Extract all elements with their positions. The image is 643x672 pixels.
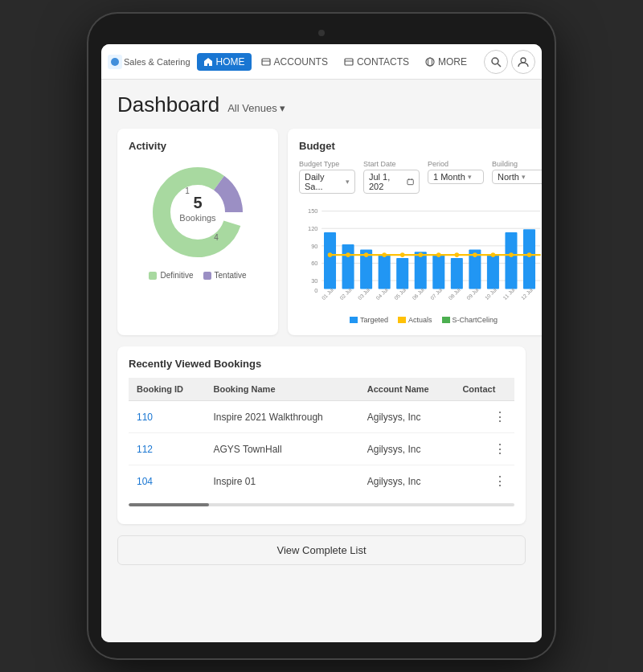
- svg-point-43: [346, 252, 350, 257]
- table-wrapper: Booking ID Booking Name Account Name Con…: [129, 378, 514, 497]
- svg-text:60: 60: [311, 260, 317, 267]
- svg-point-52: [509, 252, 514, 257]
- booking-name-112: AGYS TownHall: [205, 433, 358, 465]
- svg-rect-35: [415, 252, 427, 289]
- svg-point-48: [436, 252, 441, 257]
- nav-bar: Sales & Catering HOME ACCOUNTS CONTACTS …: [101, 44, 542, 80]
- booking-id-112[interactable]: 112: [137, 444, 153, 455]
- building-select[interactable]: North ▾: [492, 170, 542, 184]
- svg-point-45: [382, 252, 387, 257]
- col-booking-id: Booking ID: [129, 378, 205, 401]
- budget-type-arrow: ▾: [346, 178, 350, 186]
- actuals-label: Actuals: [408, 316, 432, 324]
- start-date-label: Start Date: [363, 160, 420, 168]
- table-row: 110 Inspire 2021 Walkthrough Agilysys, I…: [129, 401, 514, 433]
- nav-home-label: HOME: [216, 56, 245, 68]
- svg-point-7: [492, 58, 498, 64]
- nav-accounts[interactable]: ACCOUNTS: [255, 53, 334, 71]
- svg-point-46: [400, 252, 405, 257]
- svg-point-51: [491, 252, 496, 257]
- period-select[interactable]: 1 Month ▾: [428, 170, 484, 184]
- svg-line-8: [498, 64, 501, 67]
- activity-legend: Definitive Tentative: [129, 271, 267, 280]
- legend-actuals: Actuals: [398, 316, 432, 324]
- user-icon: [518, 56, 529, 68]
- scroll-thumb[interactable]: [129, 503, 209, 506]
- svg-text:4: 4: [214, 233, 219, 242]
- venue-selector[interactable]: All Venues ▾: [227, 102, 285, 114]
- svg-point-9: [521, 58, 526, 63]
- definitive-label: Definitive: [160, 271, 193, 280]
- svg-text:5: 5: [193, 194, 202, 211]
- budget-controls: Budget Type Daily Sa... ▾ Start Date Jul…: [299, 160, 542, 194]
- account-name-104: Agilysys, Inc: [359, 465, 455, 498]
- start-date-value: Jul 1, 202: [369, 172, 404, 191]
- svg-rect-36: [432, 255, 444, 289]
- period-group: Period 1 Month ▾: [428, 160, 484, 194]
- search-button[interactable]: [484, 50, 508, 74]
- budget-type-select[interactable]: Daily Sa... ▾: [299, 170, 355, 194]
- svg-point-49: [455, 252, 460, 257]
- svg-text:Bookings: Bookings: [179, 213, 216, 223]
- nav-contacts[interactable]: CONTACTS: [338, 53, 416, 71]
- schart-label: S-ChartCeling: [453, 316, 498, 324]
- col-booking-name: Booking Name: [205, 378, 358, 401]
- nav-home[interactable]: HOME: [197, 53, 252, 71]
- svg-point-0: [111, 58, 119, 66]
- globe-icon: [425, 57, 435, 67]
- bookings-panel: Recently Viewed Bookings Booking ID Book…: [117, 346, 526, 524]
- nav-contacts-label: CONTACTS: [357, 56, 409, 68]
- svg-text:1: 1: [185, 186, 190, 195]
- row-menu-112[interactable]: ⋮: [454, 433, 514, 465]
- view-complete-button[interactable]: View Complete List: [117, 535, 526, 565]
- calendar-icon: [407, 178, 414, 186]
- page-title: Dashboard: [117, 92, 219, 117]
- svg-rect-37: [451, 258, 463, 289]
- budget-type-value: Daily Sa...: [305, 172, 343, 191]
- period-value: 1 Month: [433, 172, 465, 182]
- svg-rect-1: [262, 59, 270, 65]
- budget-panel: Budget Budget Type Daily Sa... ▾ Start D…: [288, 129, 542, 335]
- row-menu-110[interactable]: ⋮: [454, 401, 514, 433]
- row-menu-104[interactable]: ⋮: [454, 465, 514, 498]
- logo-icon: [108, 55, 122, 69]
- nav-more[interactable]: MORE: [419, 53, 473, 71]
- legend-schart: S-ChartCeling: [442, 316, 498, 324]
- col-account-name: Account Name: [359, 378, 455, 401]
- svg-text:0: 0: [314, 287, 317, 294]
- svg-text:90: 90: [311, 243, 317, 250]
- bookings-title: Recently Viewed Bookings: [129, 358, 514, 370]
- legend-definitive: Definitive: [149, 271, 193, 280]
- budget-chart: 150 120 90 60 30 0: [299, 200, 542, 313]
- svg-point-42: [328, 252, 333, 257]
- scroll-indicator: [129, 503, 514, 506]
- period-label: Period: [428, 160, 484, 168]
- svg-text:30: 30: [311, 277, 317, 285]
- search-icon: [490, 56, 502, 68]
- actuals-box: [398, 317, 406, 323]
- svg-point-5: [426, 58, 434, 66]
- chart-legend: Targeted Actuals S-ChartCeling: [299, 316, 542, 324]
- svg-rect-34: [396, 258, 408, 289]
- booking-id-110[interactable]: 110: [137, 412, 153, 423]
- booking-id-104[interactable]: 104: [137, 476, 153, 487]
- bookings-table: Booking ID Booking Name Account Name Con…: [129, 378, 514, 497]
- donut-container: 5 Bookings 1 4: [129, 160, 267, 264]
- svg-rect-33: [379, 255, 391, 289]
- tablet-frame: Sales & Catering HOME ACCOUNTS CONTACTS …: [88, 14, 555, 658]
- targeted-label: Targeted: [360, 316, 388, 324]
- building-arrow: ▾: [522, 173, 526, 181]
- chart-area: 150 120 90 60 30 0: [299, 200, 542, 313]
- booking-name-110: Inspire 2021 Walkthrough: [205, 401, 358, 433]
- svg-point-47: [418, 252, 423, 257]
- legend-targeted: Targeted: [350, 316, 388, 324]
- start-date-group: Start Date Jul 1, 202: [363, 160, 420, 194]
- svg-text:150: 150: [308, 207, 318, 215]
- app-logo: Sales & Catering: [108, 55, 190, 69]
- user-button[interactable]: [511, 50, 535, 74]
- svg-rect-30: [324, 232, 336, 289]
- targeted-box: [350, 317, 358, 323]
- accounts-icon: [261, 57, 271, 67]
- start-date-select[interactable]: Jul 1, 202: [363, 170, 420, 194]
- main-content: Dashboard All Venues ▾ Activity: [101, 80, 542, 642]
